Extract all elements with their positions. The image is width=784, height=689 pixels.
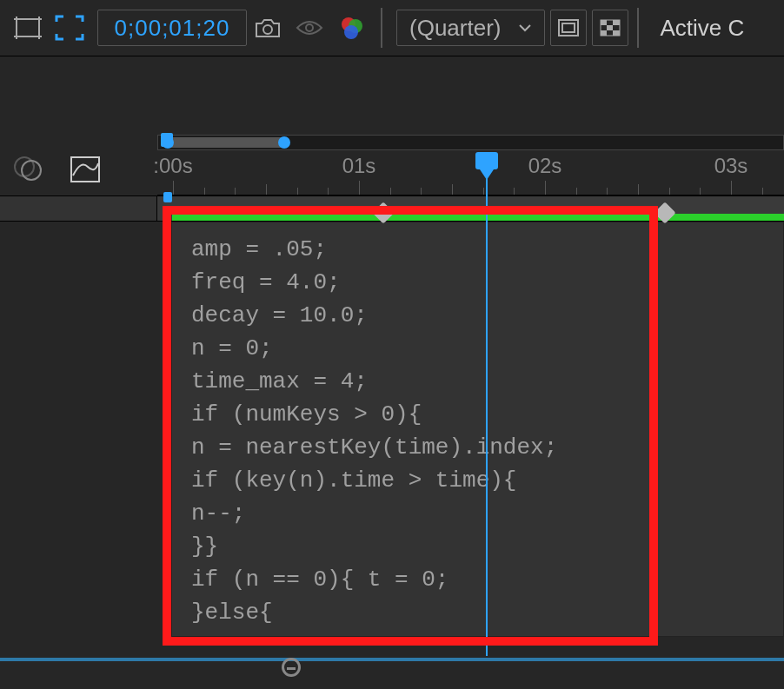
- ruler-label: :00s: [153, 154, 192, 178]
- svg-point-23: [15, 157, 34, 176]
- show-snapshot-icon: [289, 7, 330, 49]
- mask-bounds-icon[interactable]: [7, 7, 49, 49]
- timeline-left-controls: [0, 135, 156, 204]
- svg-rect-17: [601, 20, 607, 25]
- snapshot-icon[interactable]: [247, 7, 289, 49]
- svg-rect-20: [601, 30, 607, 36]
- work-area-start[interactable]: [161, 133, 173, 147]
- zoom-knob-icon[interactable]: [282, 658, 301, 677]
- resolution-dropdown[interactable]: (Quarter): [396, 10, 545, 46]
- channel-rgb-icon[interactable]: [330, 7, 372, 49]
- svg-rect-19: [607, 25, 613, 30]
- preview-toolbar: 0;00;01;20 (Quarter): [0, 0, 784, 56]
- svg-point-9: [263, 25, 272, 34]
- expression-code[interactable]: amp = .05; freq = 4.0; decay = 10.0; n =…: [172, 229, 783, 636]
- svg-rect-18: [613, 20, 620, 25]
- footer-bar: [0, 658, 784, 682]
- expression-editor[interactable]: amp = .05; freq = 4.0; decay = 10.0; n =…: [171, 222, 784, 637]
- timeline-navigator[interactable]: [157, 135, 784, 150]
- timeline-panel: :00s 01s 02s 03s amp = .05; freq = 4.0; …: [0, 56, 784, 682]
- ruler-label: 03s: [714, 154, 748, 178]
- motion-blur-icon[interactable]: [10, 152, 45, 187]
- ruler-label: 01s: [342, 154, 376, 178]
- svg-rect-0: [17, 19, 39, 36]
- toolbar-divider: [637, 8, 639, 48]
- cti-head[interactable]: [475, 152, 498, 169]
- svg-rect-21: [613, 30, 620, 36]
- fast-preview-icon[interactable]: [550, 10, 587, 46]
- transparency-grid-icon[interactable]: [592, 10, 628, 46]
- work-area-start-lower[interactable]: [163, 192, 172, 202]
- svg-point-10: [306, 24, 313, 31]
- resolution-label: (Quarter): [409, 15, 501, 42]
- current-time-field[interactable]: 0;00;01;20: [97, 10, 247, 46]
- svg-rect-15: [562, 23, 575, 32]
- ruler-label: 02s: [528, 154, 562, 178]
- graph-editor-icon[interactable]: [68, 152, 103, 187]
- svg-point-13: [344, 25, 358, 39]
- ram-preview-cache-bar: [172, 214, 784, 221]
- time-ruler[interactable]: :00s 01s 02s 03s: [157, 152, 784, 195]
- camera-dropdown[interactable]: Active C: [660, 15, 744, 42]
- toolbar-divider: [381, 8, 382, 48]
- region-of-interest-icon[interactable]: [49, 7, 90, 49]
- navigator-thumb[interactable]: [165, 137, 287, 148]
- app-root: 0;00;01;20 (Quarter): [0, 0, 784, 689]
- current-time-indicator[interactable]: [486, 152, 488, 656]
- chevron-down-icon: [516, 19, 534, 36]
